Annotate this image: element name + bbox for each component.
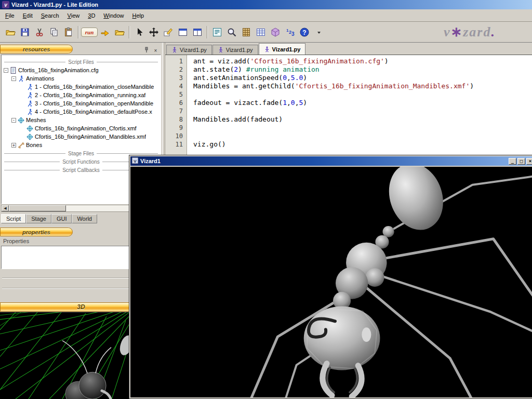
line-number: 9 — [165, 124, 183, 132]
properties-header: properties — [0, 228, 73, 236]
menu-edit[interactable]: Edit — [19, 10, 37, 21]
window-titlebar[interactable]: v Vizard - Vizard1.py - Lite Edition — [0, 0, 532, 9]
tree-item-label: Bones — [26, 142, 42, 148]
tree-item-label: Cfortis_16b_fixingAnimation.cfg — [18, 67, 99, 73]
tree-item[interactable]: -Meshes — [2, 116, 161, 124]
stage-icon[interactable] — [239, 25, 254, 39]
animation-icon — [26, 84, 33, 90]
editor-tab-3[interactable]: Vizard1.py — [259, 43, 306, 55]
code-token: 2 — [234, 65, 238, 73]
script-view-icon[interactable] — [210, 25, 224, 39]
editor-tab-1[interactable]: Vizard1.py — [166, 45, 212, 55]
tree-item[interactable]: 1 - Cfortis_16b_fixingAnimation_closeMan… — [2, 83, 161, 91]
render-window-titlebar[interactable]: V Vizard1 _□× — [130, 156, 532, 166]
menu-file[interactable]: File — [1, 10, 19, 21]
maximize-button[interactable]: □ — [517, 158, 525, 165]
collapse-icon[interactable]: - — [11, 118, 16, 123]
editor-tab-strip: Vizard1.pyVizard1.pyVizard1.py — [165, 44, 532, 55]
tab-world[interactable]: World — [72, 214, 97, 223]
move-icon[interactable] — [147, 25, 161, 39]
tree-item[interactable]: +Bones — [2, 141, 161, 149]
animation-icon — [26, 100, 33, 107]
code-line[interactable]: ant.state(2) #running animation — [193, 65, 532, 74]
line-number: 2 — [165, 65, 183, 74]
dropdown-arrow-icon[interactable] — [312, 25, 326, 39]
draw-icon[interactable] — [161, 25, 176, 39]
code-token: , — [287, 99, 291, 107]
panel-close-icon[interactable]: × — [152, 47, 159, 54]
code-line[interactable]: ant = viz.add('Cfortis_16b_fixingAnimati… — [193, 57, 532, 65]
app-icon: v — [2, 1, 9, 8]
cut-icon[interactable] — [32, 25, 47, 39]
grid-icon[interactable] — [254, 25, 268, 39]
help-icon[interactable]: ? — [297, 25, 312, 39]
render-viewport[interactable] — [130, 167, 532, 397]
tab-stage[interactable]: Stage — [26, 214, 51, 223]
tree-section-label: Script Callbacks — [62, 167, 100, 173]
pointer-icon[interactable] — [132, 25, 147, 39]
editor-tab-label: Vizard1.py — [272, 46, 301, 52]
tab-script[interactable]: Script — [1, 214, 26, 223]
scroll-left-arrow-icon[interactable]: ◀ — [2, 205, 9, 211]
menu-3d[interactable]: 3D — [84, 10, 99, 21]
open-icon[interactable] — [3, 25, 18, 39]
code-line[interactable] — [193, 124, 532, 132]
menu-help[interactable]: Help — [128, 10, 148, 21]
editor-tab-2[interactable]: Vizard1.py — [212, 45, 258, 55]
line-number: 4 — [165, 82, 183, 90]
tree-item[interactable]: -Cfortis_16b_fixingAnimation.cfg — [2, 66, 161, 74]
code-line[interactable]: Mandibles = ant.getChild('Cfortis_16b_fi… — [193, 82, 532, 90]
resource-view-tabs: ScriptStageGUIWorld — [1, 214, 97, 223]
editor-tab-label: Vizard1.py — [180, 47, 207, 53]
code-line[interactable] — [193, 132, 532, 140]
code-line[interactable]: viz.go() — [193, 140, 532, 149]
resources-header: resources — [0, 45, 73, 54]
run-icon[interactable]: run — [81, 28, 98, 37]
tree-item[interactable]: 2 - Cfortis_16b_fixingAnimation_running.… — [2, 91, 161, 99]
expand-icon[interactable]: + — [11, 143, 16, 148]
ant-model-render — [130, 167, 532, 397]
code-line[interactable] — [193, 107, 532, 115]
toolbar-separator — [207, 26, 208, 38]
copy-icon[interactable] — [47, 25, 61, 39]
animation-icon — [18, 75, 24, 82]
code-line[interactable]: ant.setAnimationSpeed(0,5.0) — [193, 74, 532, 82]
tree-item[interactable]: -Animations — [2, 74, 161, 83]
save-icon[interactable] — [18, 25, 32, 39]
window-split-icon[interactable] — [190, 25, 205, 39]
code-line[interactable]: Mandibles.add(fadeout) — [193, 115, 532, 124]
collapse-icon[interactable]: - — [4, 68, 8, 73]
menu-search[interactable]: Search — [37, 10, 63, 21]
tree-item[interactable]: Cfortis_16b_fixingAnimation_Mandibles.xm… — [2, 132, 161, 141]
code-token: viz.go() — [193, 140, 226, 148]
scroll-thumb[interactable] — [9, 205, 66, 211]
code-line[interactable] — [193, 90, 532, 99]
tree-item[interactable]: Cfortis_16b_fixingAnimation_Cfortis.xmf — [2, 124, 161, 132]
window-layout-icon[interactable] — [176, 25, 190, 39]
tree-item[interactable]: 4 - Cfortis_16b_fixingAnimation_defaultP… — [2, 108, 161, 116]
line-number: 5 — [165, 90, 183, 99]
pin-icon[interactable] — [144, 46, 149, 55]
code-line[interactable]: fadeout = vizact.fade(1,0,5) — [193, 99, 532, 107]
line-number: 8 — [165, 115, 183, 124]
tree-item[interactable]: 3 - Cfortis_16b_fixingAnimation_openMand… — [2, 99, 161, 108]
script-tab-icon — [171, 47, 178, 53]
scripts-folder-icon[interactable] — [112, 25, 127, 39]
menu-view[interactable]: View — [63, 10, 84, 21]
code-token: 5.0 — [291, 74, 303, 82]
mesh-icon — [18, 117, 24, 124]
collapse-icon[interactable]: - — [11, 76, 16, 81]
tab-gui[interactable]: GUI — [51, 214, 72, 223]
publish-icon[interactable] — [98, 25, 112, 39]
zoom-icon[interactable] — [224, 25, 239, 39]
world-icon[interactable] — [268, 25, 283, 39]
menu-window[interactable]: Window — [99, 10, 128, 21]
numbers-icon[interactable]: 123 — [283, 25, 297, 39]
tree-item-label: Cfortis_16b_fixingAnimation_Mandibles.xm… — [35, 134, 146, 140]
code-token: #running animation — [246, 65, 320, 73]
tree-item-label: 3 - Cfortis_16b_fixingAnimation_openMand… — [35, 100, 153, 107]
minimize-button[interactable]: _ — [509, 158, 516, 165]
paste-icon[interactable] — [61, 25, 76, 39]
close-button[interactable]: × — [526, 158, 532, 165]
editor-tab-label: Vizard1.py — [226, 47, 253, 53]
